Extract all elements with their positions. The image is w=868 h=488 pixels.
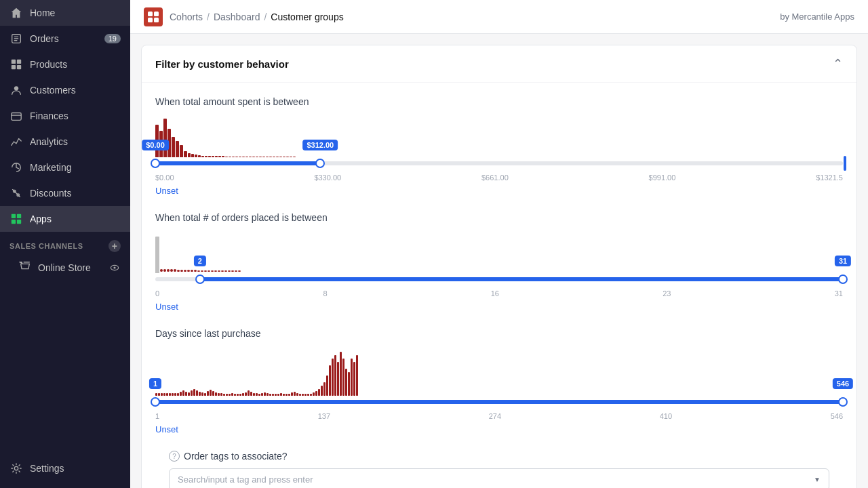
apps-icon — [9, 212, 23, 226]
eye-icon[interactable] — [108, 262, 121, 274]
help-icon[interactable]: ? — [169, 451, 180, 462]
days-slider-track: 1 546 — [155, 400, 843, 404]
amount-bars — [155, 117, 843, 157]
main-area: Cohorts / Dashboard / Customer groups by… — [130, 0, 868, 488]
amount-chart: $0.00 $312.00 — [155, 117, 843, 171]
amount-slider-track: $0.00 $312.00 — [155, 161, 843, 165]
sidebar-item-settings[interactable]: Settings — [0, 455, 130, 481]
sidebar-item-home[interactable]: Home — [0, 0, 130, 26]
sidebar-item-customers[interactable]: Customers — [0, 77, 130, 103]
analytics-icon — [9, 135, 23, 148]
sidebar-item-online-store[interactable]: Online Store — [0, 255, 130, 280]
days-bars — [155, 348, 843, 396]
svg-rect-17 — [154, 18, 159, 22]
orders-label: When total # of orders placed is between — [155, 212, 843, 223]
orders-slider-track: 2 31 — [155, 277, 843, 281]
sidebar-item-orders[interactable]: Orders 19 — [0, 26, 130, 52]
sidebar-label-finances: Finances — [30, 110, 68, 121]
breadcrumb-current: Customer groups — [271, 12, 343, 22]
breadcrumb-sep1: / — [207, 12, 210, 22]
days-label: Days since last purchase — [155, 328, 843, 339]
tag-input[interactable]: Search/input a tag and press enter ▼ — [169, 468, 829, 488]
tag-dropdown-arrow: ▼ — [814, 476, 821, 483]
finances-icon — [9, 109, 23, 123]
orders-unset-link[interactable]: Unset — [155, 302, 178, 312]
svg-rect-7 — [12, 214, 16, 218]
days-unset-link[interactable]: Unset — [155, 424, 178, 434]
customers-icon — [9, 83, 23, 97]
sidebar-item-apps[interactable]: Apps — [0, 206, 130, 232]
sidebar-item-discounts[interactable]: Discounts — [0, 180, 130, 206]
sales-channels-section: SALES CHANNELS + — [0, 232, 130, 255]
amount-unset-link[interactable]: Unset — [155, 186, 178, 196]
sidebar-item-marketing[interactable]: Marketing — [0, 155, 130, 180]
topbar: Cohorts / Dashboard / Customer groups by… — [130, 0, 868, 34]
orders-section: When total # of orders placed is between — [155, 212, 843, 312]
svg-point-12 — [113, 266, 115, 268]
svg-rect-15 — [154, 12, 159, 16]
orders-thumb-right[interactable]: 31 — [843, 274, 852, 284]
order-tags-section: ? Order tags to associate? Search/input … — [155, 451, 843, 488]
svg-rect-8 — [17, 214, 21, 218]
breadcrumb-dashboard[interactable]: Dashboard — [214, 12, 260, 22]
svg-rect-10 — [17, 220, 21, 224]
days-thumb-right[interactable]: 546 — [843, 397, 852, 407]
content-area: Filter by customer behavior ⌃ When total… — [130, 34, 868, 488]
svg-rect-16 — [148, 18, 153, 22]
sidebar-label-products: Products — [30, 59, 67, 70]
svg-point-13 — [14, 466, 18, 470]
online-store-label: Online Store — [38, 262, 91, 273]
amount-thumb-right[interactable]: $312.00 — [320, 159, 330, 168]
days-section: Days since last purchase — [155, 328, 843, 434]
sidebar-item-analytics[interactable]: Analytics — [0, 129, 130, 155]
sidebar-footer: Settings — [0, 455, 130, 488]
settings-label: Settings — [30, 463, 64, 474]
sidebar-label-apps: Apps — [30, 214, 52, 224]
collapse-icon[interactable]: ⌃ — [833, 56, 843, 71]
svg-rect-6 — [12, 113, 21, 121]
sidebar-item-finances[interactable]: Finances — [0, 103, 130, 129]
marketing-icon — [9, 161, 23, 174]
filter-card-header: Filter by customer behavior ⌃ — [142, 45, 856, 83]
settings-icon — [9, 462, 23, 475]
days-axis: 1 137 274 410 546 — [155, 412, 843, 420]
amount-label: When total amount spent is between — [155, 96, 843, 107]
breadcrumb: Cohorts / Dashboard / Customer groups — [170, 12, 344, 22]
sidebar: Home Orders 19 Products Customers Financ… — [0, 0, 130, 488]
days-thumb-left[interactable]: 1 — [155, 397, 165, 407]
filter-card: Filter by customer behavior ⌃ When total… — [141, 45, 857, 488]
sidebar-label-marketing: Marketing — [30, 162, 71, 173]
breadcrumb-cohorts[interactable]: Cohorts — [170, 12, 203, 22]
sidebar-label-customers: Customers — [30, 85, 76, 96]
filter-card-body: When total amount spent is between — [142, 83, 856, 488]
breadcrumb-sep2: / — [264, 12, 267, 22]
topbar-byline: by Mercantile Apps — [780, 12, 854, 22]
sidebar-label-orders: Orders — [30, 33, 59, 44]
products-icon — [9, 58, 23, 71]
sidebar-label-home: Home — [30, 7, 55, 18]
amount-thumb-left[interactable]: $0.00 — [155, 159, 165, 168]
svg-rect-9 — [12, 220, 16, 224]
orders-thumb-left[interactable]: 2 — [200, 274, 210, 284]
sidebar-label-analytics: Analytics — [30, 136, 68, 147]
sidebar-label-discounts: Discounts — [30, 188, 71, 199]
orders-badge: 19 — [104, 34, 121, 43]
orders-icon — [9, 32, 23, 45]
orders-chart: 2 31 — [155, 232, 843, 287]
order-tags-label: ? Order tags to associate? — [169, 451, 829, 462]
svg-rect-4 — [17, 65, 21, 69]
add-channel-button[interactable]: + — [108, 240, 121, 252]
app-logo — [144, 7, 163, 26]
svg-rect-1 — [12, 60, 16, 64]
orders-bars — [155, 232, 843, 273]
amount-section: When total amount spent is between — [155, 96, 843, 196]
svg-rect-3 — [12, 65, 16, 69]
online-store-icon — [19, 260, 31, 274]
home-icon — [9, 6, 23, 20]
discounts-icon — [9, 186, 23, 200]
filter-title: Filter by customer behavior — [155, 58, 289, 70]
orders-axis: 0 8 16 23 31 — [155, 289, 843, 298]
days-chart: 1 546 — [155, 348, 843, 409]
sidebar-item-products[interactable]: Products — [0, 52, 130, 77]
svg-rect-14 — [148, 12, 153, 16]
